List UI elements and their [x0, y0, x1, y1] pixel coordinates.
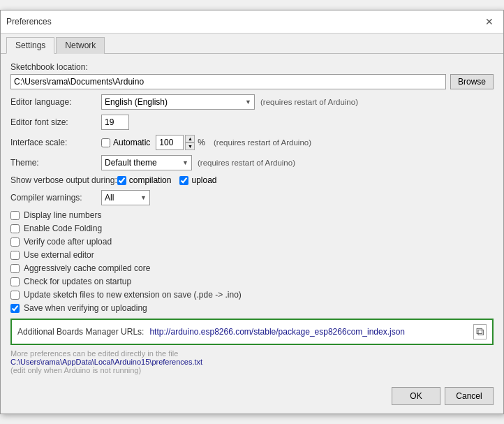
bottom-buttons: OK Cancel — [1, 381, 503, 414]
spin-up-button[interactable]: ▲ — [185, 135, 195, 142]
file-info-line1: More preferences can be edited directly … — [10, 349, 494, 358]
compilation-checkbox-label[interactable]: compilation — [117, 175, 172, 185]
browse-button[interactable]: Browse — [450, 74, 494, 89]
compiler-warnings-label: Compiler warnings: — [10, 193, 101, 203]
compiler-warnings-select[interactable]: All — [101, 190, 150, 205]
editor-font-size-input[interactable] — [101, 115, 129, 130]
checkbox-row-1: Enable Code Folding — [10, 224, 494, 233]
upload-checkbox-label[interactable]: upload — [179, 175, 216, 185]
tab-bar: Settings Network — [1, 34, 503, 54]
enable-code-folding-label: Enable Code Folding — [24, 224, 102, 233]
sketchbook-input-row: Browse — [10, 74, 494, 89]
settings-panel: Sketchbook location: Browse Editor langu… — [1, 54, 503, 381]
upload-checkbox[interactable] — [179, 176, 188, 185]
automatic-checkbox[interactable] — [101, 138, 110, 147]
automatic-checkbox-label[interactable]: Automatic — [101, 138, 150, 147]
preferences-window: Preferences ✕ Settings Network Sketchboo… — [0, 10, 504, 414]
checkbox-row-0: Display line numbers — [10, 210, 494, 220]
tab-network[interactable]: Network — [56, 37, 105, 54]
compiler-warnings-select-wrapper: All — [101, 190, 150, 205]
close-button[interactable]: ✕ — [481, 15, 498, 29]
scale-value-input[interactable] — [156, 135, 184, 150]
update-sketch-checkbox[interactable] — [10, 291, 20, 300]
display-line-numbers-label: Display line numbers — [24, 210, 101, 220]
verify-code-checkbox[interactable] — [10, 237, 20, 247]
boards-manager-input[interactable] — [149, 327, 469, 337]
checkbox-row-5: Check for updates on startup — [10, 277, 494, 286]
sketchbook-location-row: Sketchbook location: Browse — [10, 62, 494, 89]
aggressively-cache-label: Aggressively cache compiled core — [24, 263, 150, 273]
compiler-warnings-row: Compiler warnings: All — [10, 190, 494, 205]
verify-code-label: Verify code after upload — [24, 237, 112, 247]
percent-label: % — [198, 138, 205, 147]
automatic-label: Automatic — [113, 138, 150, 147]
theme-row: Theme: Default theme (requires restart o… — [10, 155, 494, 170]
checkboxes-section: Display line numbers Enable Code Folding… — [10, 210, 494, 313]
spinner-buttons: ▲ ▼ — [185, 135, 195, 150]
editor-language-select[interactable]: English (English) — [101, 94, 255, 110]
verbose-label: Show verbose output during: — [10, 175, 117, 185]
boards-manager-section: Additional Boards Manager URLs: ⧉ — [10, 319, 494, 345]
verbose-controls: compilation upload — [117, 175, 217, 185]
window-title: Preferences — [6, 17, 52, 27]
editor-font-size-label: Editor font size: — [10, 117, 101, 127]
sketchbook-input[interactable] — [10, 74, 446, 89]
boards-manager-icon[interactable]: ⧉ — [473, 324, 487, 339]
check-updates-checkbox[interactable] — [10, 277, 20, 286]
tab-settings[interactable]: Settings — [6, 37, 54, 54]
display-line-numbers-checkbox[interactable] — [10, 211, 20, 220]
checkbox-row-2: Verify code after upload — [10, 237, 494, 247]
save-when-verifying-checkbox[interactable] — [10, 304, 20, 313]
file-path: C:\Users\rama\AppData\Local\Arduino15\pr… — [10, 358, 494, 366]
check-updates-label: Check for updates on startup — [24, 277, 131, 286]
enable-code-folding-checkbox[interactable] — [10, 224, 20, 233]
upload-label: upload — [191, 175, 216, 185]
edit-note: (edit only when Arduino is not running) — [10, 366, 494, 374]
file-info-section: More preferences can be edited directly … — [10, 349, 494, 374]
title-bar: Preferences ✕ — [1, 10, 503, 34]
compilation-checkbox[interactable] — [117, 176, 126, 185]
checkbox-row-7: Save when verifying or uploading — [10, 303, 494, 313]
checkbox-row-6: Update sketch files to new extension on … — [10, 290, 494, 300]
editor-font-size-row: Editor font size: — [10, 115, 494, 130]
editor-language-label: Editor language: — [10, 97, 101, 107]
update-sketch-label: Update sketch files to new extension on … — [24, 290, 242, 300]
save-when-verifying-label: Save when verifying or uploading — [24, 303, 147, 313]
scale-spinner: ▲ ▼ — [156, 135, 195, 150]
scale-note: (requires restart of Arduino) — [214, 138, 311, 147]
interface-scale-label: Interface scale: — [10, 138, 101, 147]
verbose-row: Show verbose output during: compilation … — [10, 175, 494, 185]
compilation-label: compilation — [129, 175, 172, 185]
cancel-button[interactable]: Cancel — [445, 387, 494, 405]
spin-down-button[interactable]: ▼ — [185, 142, 195, 150]
interface-scale-row: Interface scale: Automatic ▲ ▼ % (requir… — [10, 135, 494, 150]
checkbox-row-3: Use external editor — [10, 250, 494, 260]
aggressively-cache-checkbox[interactable] — [10, 264, 20, 273]
ok-button[interactable]: OK — [392, 387, 440, 405]
theme-select[interactable]: Default theme — [101, 155, 192, 170]
scale-controls: Automatic ▲ ▼ % (requires restart of Ard… — [101, 135, 311, 150]
external-editor-checkbox[interactable] — [10, 251, 20, 260]
editor-language-row: Editor language: English (English) (requ… — [10, 94, 494, 110]
editor-language-select-wrapper: English (English) — [101, 94, 255, 110]
editor-language-note: (requires restart of Arduino) — [260, 98, 358, 106]
sketchbook-label: Sketchbook location: — [10, 62, 88, 72]
theme-select-wrapper: Default theme — [101, 155, 192, 170]
checkbox-row-4: Aggressively cache compiled core — [10, 263, 494, 273]
boards-manager-label: Additional Boards Manager URLs: — [17, 327, 144, 337]
external-editor-label: Use external editor — [24, 250, 94, 260]
theme-label: Theme: — [10, 158, 101, 168]
theme-note: (requires restart of Arduino) — [198, 159, 295, 167]
